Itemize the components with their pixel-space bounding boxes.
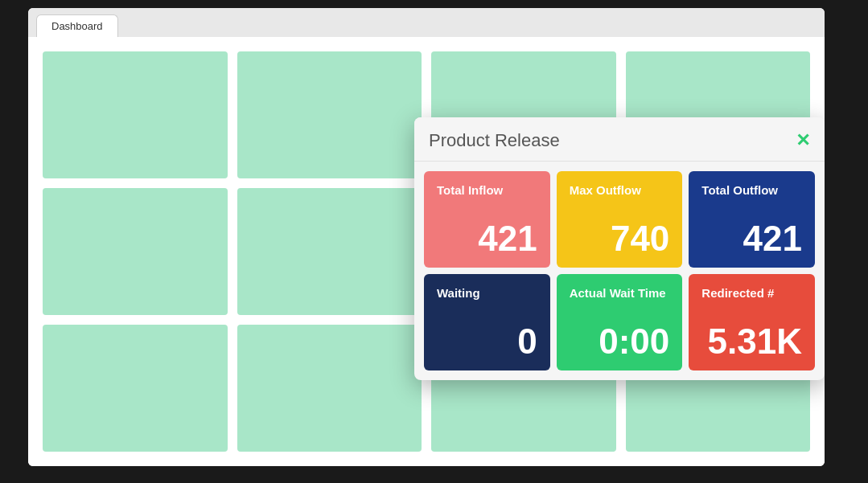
product-release-modal: Product Release ✕ Total Inflow 421 Max O… bbox=[414, 117, 825, 380]
grid-cell bbox=[43, 188, 228, 315]
redirected-value: 5.31K bbox=[701, 324, 802, 359]
waiting-value: 0 bbox=[437, 324, 537, 359]
dashboard-tab[interactable]: Dashboard bbox=[36, 14, 118, 37]
grid-cell bbox=[237, 51, 422, 178]
modal-body: Total Inflow 421 Max Outflow 740 Total O… bbox=[414, 162, 825, 380]
grid-cell bbox=[237, 325, 422, 452]
tab-label: Dashboard bbox=[51, 20, 103, 32]
max-outflow-value: 740 bbox=[570, 221, 670, 256]
redirected-card: Redirected # 5.31K bbox=[689, 274, 815, 370]
total-inflow-label: Total Inflow bbox=[437, 182, 537, 199]
modal-header: Product Release ✕ bbox=[414, 117, 825, 162]
actual-wait-time-label: Actual Wait Time bbox=[570, 285, 670, 301]
actual-wait-time-card: Actual Wait Time 0:00 bbox=[557, 274, 683, 370]
dashboard-area: Product Release ✕ Total Inflow 421 Max O… bbox=[28, 37, 825, 466]
total-outflow-card: Total Outflow 421 bbox=[689, 171, 815, 268]
grid-cell bbox=[43, 325, 228, 452]
modal-title: Product Release bbox=[429, 130, 560, 151]
max-outflow-label: Max Outflow bbox=[570, 182, 670, 199]
total-outflow-label: Total Outflow bbox=[701, 182, 802, 199]
total-outflow-value: 421 bbox=[701, 221, 802, 256]
browser-frame: Dashboard Product Release ✕ bbox=[28, 8, 825, 466]
waiting-card: Waiting 0 bbox=[424, 274, 550, 370]
grid-cell bbox=[237, 188, 422, 315]
actual-wait-time-value: 0:00 bbox=[570, 324, 670, 359]
tab-bar: Dashboard bbox=[28, 8, 825, 37]
total-inflow-card: Total Inflow 421 bbox=[424, 171, 550, 268]
max-outflow-card: Max Outflow 740 bbox=[557, 171, 683, 268]
redirected-label: Redirected # bbox=[701, 285, 802, 301]
total-inflow-value: 421 bbox=[437, 221, 537, 256]
close-button[interactable]: ✕ bbox=[796, 132, 810, 149]
waiting-label: Waiting bbox=[437, 285, 537, 301]
grid-cell bbox=[43, 51, 228, 178]
